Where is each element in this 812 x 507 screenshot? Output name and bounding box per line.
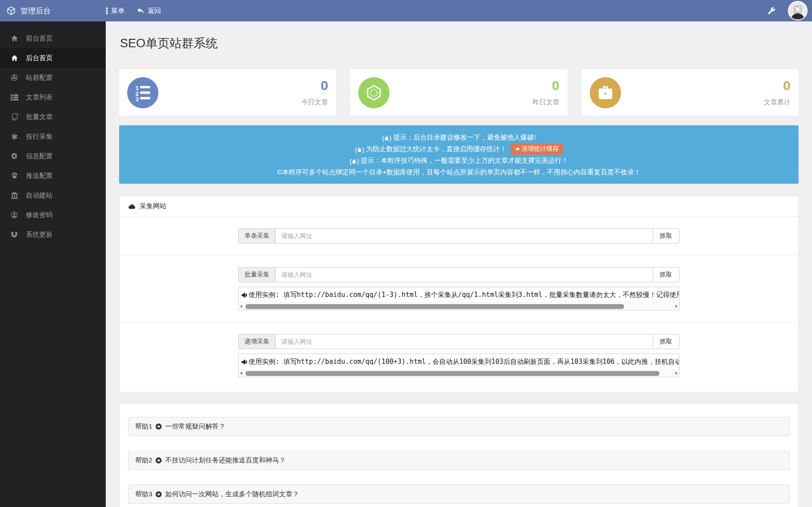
single-collect-grab-button[interactable]: 抓取 — [653, 228, 679, 243]
increment-collect-input[interactable] — [275, 334, 653, 349]
batch-collect-input[interactable] — [275, 267, 653, 282]
batch-collect-grab-button[interactable]: 抓取 — [653, 267, 679, 282]
alert-text: 提示：本程序技巧特殊，一般需要至少上万的文章才能支撑完美运行！ — [361, 157, 568, 164]
stat-value: 0 — [301, 79, 328, 92]
app-brand[interactable]: 管理后台 — [0, 6, 106, 16]
sidebar-item-system-update[interactable]: 系统更新 — [0, 225, 106, 244]
list-icon — [10, 94, 18, 101]
increment-horizontal-scrollbar[interactable] — [239, 369, 679, 377]
main-content: SEO单页站群系统 1 2 3 0 今日文章 — [106, 21, 812, 507]
avatar[interactable] — [788, 1, 808, 21]
scrollbar-thumb[interactable] — [245, 371, 659, 376]
sidebar-item-push-config[interactable]: 推送配置 — [0, 166, 106, 185]
stat-card-yesterday: 0 昨日文章 — [350, 70, 567, 115]
sidebar-item-label: 推送配置 — [26, 172, 53, 180]
flame-icon: () — [382, 133, 391, 144]
batch-horizontal-scrollbar[interactable] — [239, 302, 679, 310]
sidebar-item-label: 批量文章 — [26, 113, 53, 121]
sidebar-item-label: 自动建站 — [26, 191, 53, 200]
scroll-right-icon[interactable] — [675, 371, 678, 375]
scrollbar-thumb[interactable] — [245, 304, 624, 309]
asterisk-icon — [10, 133, 18, 140]
scroll-right-icon[interactable] — [675, 305, 678, 308]
single-collect-label: 单条采集 — [238, 228, 275, 243]
arrow-circle-right-icon — [155, 457, 162, 464]
megaphone-icon — [241, 359, 248, 365]
paw-icon — [10, 172, 18, 179]
arrow-circle-right-icon — [155, 491, 162, 498]
sidebar-item-line-collect[interactable]: 按行采集 — [0, 127, 106, 146]
sidebar-item-label: 系统更新 — [26, 231, 53, 239]
cloud-icon — [128, 203, 136, 209]
page-title: SEO单页站群系统 — [120, 35, 799, 51]
clean-cache-label: 清理统计缓存 — [522, 145, 559, 153]
help-row-1[interactable]: 帮助1 一些常规疑问解答？ — [128, 417, 790, 436]
sidebar-item-article-list[interactable]: 文章列表 — [0, 87, 106, 107]
help-prefix: 帮助3 — [135, 490, 152, 499]
stat-label: 昨日文章 — [533, 98, 559, 107]
book-icon — [10, 113, 18, 120]
sidebar-item-change-password[interactable]: 修改密码 — [0, 205, 106, 225]
increment-collect-grab-button[interactable]: 抓取 — [653, 334, 679, 349]
alert-line-3: () 提示：本程序技巧特殊，一般需要至少上万的文章才能支撑完美运行！ — [124, 155, 794, 167]
sidebar-item-label: 按行采集 — [26, 132, 53, 141]
back-arrow-icon — [137, 8, 145, 14]
sidebar-nav: 前台首页 后台首页 站群配置 — [0, 21, 106, 507]
menu-label: 菜单 — [111, 7, 124, 15]
sidebar-item-label: 后台首页 — [26, 54, 53, 62]
help-prefix: 帮助1 — [135, 422, 152, 431]
flame-icon: () — [355, 144, 364, 155]
increment-collect-label: 递增采集 — [238, 334, 275, 349]
cube-icon — [7, 6, 16, 15]
help-row-2[interactable]: 帮助2 不挂访问计划任务还能推送百度和神马？ — [128, 451, 790, 470]
hexagon-icon — [358, 77, 389, 108]
sidebar-item-auto-build[interactable]: 自动建站 — [0, 185, 106, 205]
tips-alert: () 提示：后台目录建议修改一下，避免被他人爆破! () 为防止数据过大统计太卡… — [119, 125, 799, 184]
batch-collect-label: 批量采集 — [238, 267, 275, 282]
sidebar-item-label: 信息配置 — [26, 152, 53, 161]
help-panel: 帮助1 一些常规疑问解答？ 帮助2 不挂访问计划任务还能推送百度和神马？ 帮助3… — [119, 403, 799, 507]
clean-cache-button[interactable]: 清理统计缓存 — [511, 144, 563, 155]
increment-example-box: 使用实例: 填写http://baidu.com/qq/(100+3).html… — [238, 354, 679, 377]
help-row-3[interactable]: 帮助3 如何访问一次网站，生成多个随机组词文章？ — [128, 485, 790, 504]
batch-example-text: 使用实例: 填写http://baidu.com/qq/(1-3).html，挨… — [249, 291, 679, 299]
menu-ellipsis-icon — [106, 7, 108, 14]
back-label: 返回 — [148, 7, 161, 15]
stat-value: 0 — [764, 79, 791, 92]
sidebar-item-info-config[interactable]: 信息配置 — [0, 146, 106, 166]
bank-icon — [10, 192, 18, 199]
collect-row-increment: 递增采集 抓取 使用实例: 填写http://baidu.com/qq/(100… — [120, 322, 798, 392]
scroll-left-icon[interactable] — [240, 371, 242, 375]
sidebar-item-label: 站群配置 — [26, 74, 53, 82]
top-header: 管理后台 菜单 返回 — [0, 0, 812, 21]
home-icon — [10, 35, 18, 42]
sidebar-item-batch-articles[interactable]: 批量文章 — [0, 107, 106, 127]
brand-title: 管理后台 — [21, 6, 51, 16]
list-ol-icon: 1 2 3 — [127, 77, 158, 108]
stat-card-today: 1 2 3 0 今日文章 — [119, 70, 336, 115]
collect-row-single: 单条采集 抓取 — [120, 217, 798, 256]
alert-line-2: () 为防止数据过大统计太卡，直接启用缓存统计！清理统计缓存 — [124, 144, 794, 155]
batch-example-box: 使用实例: 填写http://baidu.com/qq/(1-3).html，挨… — [238, 287, 679, 310]
single-collect-input[interactable] — [275, 228, 653, 243]
menu-button[interactable]: 菜单 — [106, 7, 124, 15]
stat-label: 今日文章 — [301, 98, 328, 107]
home-icon — [10, 54, 18, 62]
arrow-right-icon — [515, 146, 520, 152]
sidebar-item-sitegroup-config[interactable]: 站群配置 — [0, 68, 106, 87]
help-question: 不挂访问计划任务还能推送百度和神马？ — [165, 456, 286, 465]
sidebar-item-admin-home[interactable]: 后台首页 — [0, 48, 106, 68]
stat-label: 文章累计 — [764, 98, 791, 107]
help-question: 如何访问一次网站，生成多个随机组词文章？ — [165, 490, 299, 499]
alert-text: ©本程序可多个站点绑定同一个目录+数据库使用，且每个站点所展示的单页内容都不一样… — [277, 168, 641, 176]
magnet-icon — [10, 231, 18, 238]
sidebar-item-label: 前台首页 — [26, 34, 53, 43]
back-button[interactable]: 返回 — [137, 7, 161, 15]
wrench-icon[interactable] — [767, 7, 775, 15]
svg-text:3: 3 — [135, 96, 138, 101]
stat-value: 0 — [533, 79, 559, 92]
sidebar-item-front-home[interactable]: 前台首页 — [0, 29, 106, 48]
help-question: 一些常规疑问解答？ — [165, 422, 225, 431]
arrow-circle-right-icon — [155, 423, 162, 430]
scroll-left-icon[interactable] — [240, 305, 242, 308]
